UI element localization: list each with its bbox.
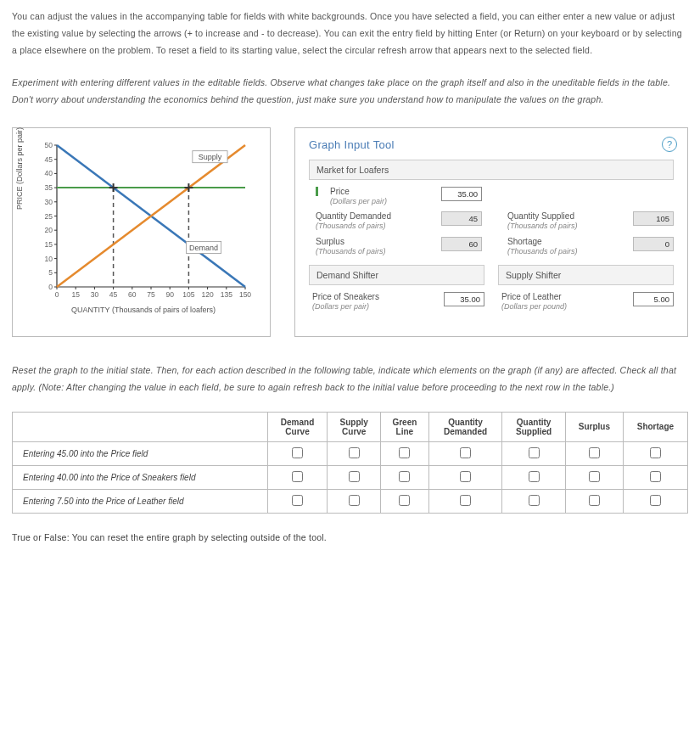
column-header: GreenLine <box>381 412 429 441</box>
svg-text:20: 20 <box>45 226 53 234</box>
question-prompt: Reset the graph to the initial state. Th… <box>12 362 688 396</box>
svg-text:60: 60 <box>128 290 137 299</box>
svg-text:25: 25 <box>45 211 53 220</box>
leather-input[interactable] <box>633 292 674 306</box>
qs-sublabel: (Thousands of pairs) <box>507 222 624 231</box>
y-axis-label: PRICE (Dollars per pair) <box>15 127 24 210</box>
effect-checkbox[interactable] <box>399 447 410 458</box>
row-label: Entering 40.00 into the Price of Sneaker… <box>13 465 268 489</box>
effect-checkbox[interactable] <box>460 471 471 482</box>
svg-text:45: 45 <box>109 290 118 299</box>
row-label: Entering 7.50 into the Price of Leather … <box>13 489 268 513</box>
effect-checkbox[interactable] <box>650 495 661 506</box>
shortage-output <box>633 237 674 251</box>
effect-checkbox[interactable] <box>529 447 540 458</box>
svg-text:40: 40 <box>45 169 53 177</box>
price-color-indicator <box>316 187 318 196</box>
effect-checkbox[interactable] <box>399 495 410 506</box>
x-axis-label: QUANTITY (Thousands of pairs of loafers) <box>33 306 254 314</box>
effect-checkbox[interactable] <box>460 495 471 506</box>
effect-checkbox[interactable] <box>349 447 360 458</box>
sneakers-sublabel: (Dollars per pair) <box>312 302 435 312</box>
svg-text:0: 0 <box>48 283 53 291</box>
qd-sublabel: (Thousands of pairs) <box>316 222 433 231</box>
effect-checkbox[interactable] <box>292 447 303 458</box>
svg-text:Demand: Demand <box>189 243 218 251</box>
svg-text:Supply: Supply <box>199 152 222 160</box>
effect-checkbox[interactable] <box>399 471 410 482</box>
svg-text:50: 50 <box>45 141 53 149</box>
surplus-output <box>441 237 482 251</box>
svg-text:0: 0 <box>55 290 59 299</box>
shortage-label: Shortage <box>507 237 624 247</box>
instruction-paragraph-2: Experiment with entering different value… <box>12 75 688 109</box>
effect-checkbox[interactable] <box>349 471 360 482</box>
svg-text:105: 105 <box>182 290 194 299</box>
svg-text:75: 75 <box>147 290 155 299</box>
column-header: QuantitySupplied <box>502 412 566 441</box>
effect-checkbox[interactable] <box>292 471 303 482</box>
sneakers-input[interactable] <box>444 292 484 306</box>
sneakers-label: Price of Sneakers <box>312 292 435 302</box>
column-header: Shortage <box>623 412 687 441</box>
qs-label: Quantity Supplied <box>507 211 624 222</box>
svg-text:15: 15 <box>71 290 80 299</box>
price-sublabel: (Dollars per pair) <box>330 197 433 206</box>
market-section-header: Market for Loafers <box>309 160 674 180</box>
effects-table: DemandCurveSupplyCurveGreenLineQuantityD… <box>12 412 688 514</box>
qs-output <box>633 211 674 226</box>
svg-text:30: 30 <box>91 290 99 299</box>
svg-text:90: 90 <box>165 290 174 299</box>
surplus-label: Surplus <box>316 237 433 247</box>
qd-output <box>441 211 482 226</box>
leather-sublabel: (Dollars per pound) <box>501 302 624 312</box>
column-header: SupplyCurve <box>328 412 381 441</box>
effect-checkbox[interactable] <box>589 495 600 506</box>
effect-checkbox[interactable] <box>529 495 540 506</box>
effect-checkbox[interactable] <box>292 495 303 506</box>
supply-shifter-header: Supply Shifter <box>498 265 674 285</box>
shortage-sublabel: (Thousands of pairs) <box>507 247 624 256</box>
svg-text:150: 150 <box>239 290 251 299</box>
svg-text:10: 10 <box>45 254 53 262</box>
effect-checkbox[interactable] <box>589 471 600 482</box>
svg-text:30: 30 <box>45 197 53 205</box>
price-label: Price <box>330 187 433 197</box>
column-header: DemandCurve <box>267 412 328 441</box>
leather-label: Price of Leather <box>501 292 624 302</box>
svg-text:45: 45 <box>45 154 53 163</box>
effect-checkbox[interactable] <box>650 447 661 458</box>
svg-text:35: 35 <box>45 183 53 192</box>
qd-label: Quantity Demanded <box>316 211 433 222</box>
demand-shifter-header: Demand Shifter <box>309 265 484 285</box>
graph-input-tool: ? Graph Input Tool Market for Loafers Pr… <box>294 127 688 337</box>
effect-checkbox[interactable] <box>529 471 540 482</box>
svg-text:5: 5 <box>48 268 53 277</box>
svg-text:135: 135 <box>221 290 232 299</box>
effect-checkbox[interactable] <box>460 447 471 458</box>
row-label: Entering 45.00 into the Price field <box>13 441 268 465</box>
svg-text:120: 120 <box>202 290 214 299</box>
supply-demand-chart[interactable]: 0510152025303540455001530456075901051201… <box>33 140 254 306</box>
chart-panel: 0510152025303540455001530456075901051201… <box>12 127 271 337</box>
column-header: QuantityDemanded <box>428 412 502 441</box>
panel-title: Graph Input Tool <box>309 138 674 151</box>
effect-checkbox[interactable] <box>650 471 661 482</box>
svg-text:15: 15 <box>45 240 53 249</box>
effect-checkbox[interactable] <box>589 447 600 458</box>
instruction-paragraph-1: You can adjust the values in the accompa… <box>12 8 688 59</box>
price-input[interactable] <box>441 187 482 201</box>
tool-container: 0510152025303540455001530456075901051201… <box>12 127 688 337</box>
surplus-sublabel: (Thousands of pairs) <box>316 247 433 256</box>
effect-checkbox[interactable] <box>349 495 360 506</box>
true-false-question: True or False: You can reset the entire … <box>12 532 688 542</box>
column-header: Surplus <box>565 412 623 441</box>
help-icon[interactable]: ? <box>662 137 677 152</box>
